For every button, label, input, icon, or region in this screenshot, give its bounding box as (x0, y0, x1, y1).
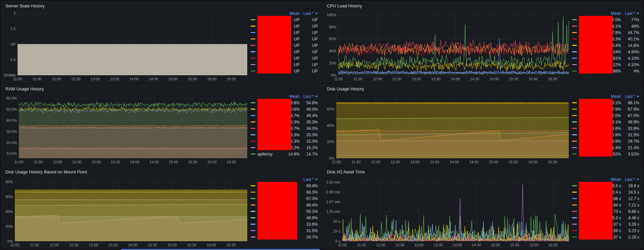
series-color-marker (572, 71, 577, 72)
svg-text:14:30: 14:30 (148, 243, 157, 247)
svg-text:14:00: 14:00 (450, 160, 459, 164)
legend-value-last: 28.8 s (621, 184, 639, 188)
svg-text:2: 2 (13, 11, 16, 15)
chevron-down-icon (637, 179, 639, 180)
series-color-marker (251, 154, 255, 155)
legend: MeanLast *UPUPUPUPUPUPUPUPUPUPUPUPUPUPUP… (251, 10, 320, 82)
svg-text:12:30: 12:30 (395, 243, 404, 247)
series-color-marker (572, 64, 577, 65)
legend-header-last[interactable]: Last * (300, 11, 318, 16)
panel-server-state-history: Server State History 21.5UP0.5DOWN11:001… (1, 1, 321, 83)
svg-text:15:00: 15:00 (167, 243, 177, 247)
svg-text:1.67 min: 1.67 min (326, 200, 340, 204)
legend-value-last: 33.3% (300, 133, 318, 137)
series-color-marker (251, 128, 255, 129)
svg-text:11:00: 11:00 (334, 77, 343, 81)
legend-value-last: 29.7% (621, 139, 639, 144)
legend-value-last: UP (300, 18, 318, 22)
legend-value-last: 67.0% (300, 196, 318, 201)
svg-text:14:00: 14:00 (128, 243, 138, 247)
series-color-marker (572, 38, 577, 39)
svg-text:16:00: 16:00 (529, 77, 538, 81)
svg-text:2.50 min: 2.50 min (326, 180, 340, 184)
svg-text:11:30: 11:30 (34, 160, 43, 164)
chevron-down-icon (637, 96, 639, 97)
legend-value-last: 2.28 s (621, 235, 639, 240)
legend-header-mean[interactable]: Mean (603, 177, 621, 182)
svg-text:DOWN: DOWN (4, 73, 16, 77)
legend-header-mean[interactable]: Mean (281, 11, 300, 16)
legend-value-last: 4.10% (621, 56, 639, 61)
legend: MeanLast *35.5 s28.8 s12.4 s24.5 s9.86 s… (572, 176, 641, 248)
series-color-marker (572, 109, 577, 110)
legend-value-last: 49.0% (300, 107, 318, 112)
legend-header-mean[interactable]: Mean (603, 11, 621, 16)
legend-header-last[interactable]: Last * (300, 94, 318, 99)
legend-value-last: 4.46 s (621, 216, 639, 220)
svg-text:14:30: 14:30 (472, 243, 481, 247)
panel-title[interactable]: Disk Usage History (323, 84, 643, 93)
series-color-marker (572, 115, 577, 116)
svg-text:16:30: 16:30 (548, 160, 557, 164)
series-color-marker (251, 211, 255, 212)
svg-text:80%: 80% (329, 25, 336, 29)
legend-value-last: 3.52% (621, 152, 639, 157)
panel-title[interactable]: Disk Usage History Based on Mount Point (1, 167, 321, 176)
legend-value-last: 67.9% (621, 107, 639, 112)
series-color-marker (572, 211, 577, 212)
chart-plot[interactable]: 21.5UP0.5DOWN11:0011:3012:0012:3013:0013… (3, 10, 251, 82)
legend-value-last: UP (300, 69, 318, 74)
panel-title[interactable]: RAM Usage History (1, 84, 321, 93)
svg-text:50 s: 50 s (333, 219, 340, 223)
chart-plot[interactable]: 80%60%40%20%0%11:0011:3012:0012:3013:001… (3, 176, 251, 248)
legend-value-last: UP (300, 43, 318, 48)
chart-svg: 60%40%20%0%11:0011:3012:0012:3013:0013:3… (325, 93, 572, 165)
legend-value-last: 33.6% (300, 222, 318, 227)
chart-plot[interactable]: 2.50 min2.08 min1.67 min1.25 min50 s25 s… (325, 176, 572, 248)
svg-text:12:00: 12:00 (373, 77, 382, 81)
svg-text:16:00: 16:00 (207, 160, 217, 164)
svg-text:13:30: 13:30 (431, 77, 441, 81)
panel-title[interactable]: Disk I/O Await Time (323, 167, 643, 176)
legend-value-last: UP (300, 56, 318, 61)
legend-header-last[interactable]: Last * (621, 11, 639, 16)
series-color-marker (251, 115, 255, 116)
svg-text:12:00: 12:00 (50, 243, 59, 247)
svg-text:40%: 40% (329, 49, 336, 53)
legend-header-last[interactable]: Last * (621, 94, 639, 99)
series-color-marker (251, 185, 255, 186)
svg-text:40%: 40% (5, 210, 13, 214)
svg-text:50.0%: 50.0% (6, 107, 17, 111)
legend-header-mean[interactable]: Mean (603, 94, 621, 99)
svg-text:12:00: 12:00 (52, 77, 61, 81)
chart-plot[interactable]: 0%20%40%60%80%100%11:0011:3012:0012:3013… (325, 10, 572, 82)
chart-plot[interactable]: 60%40%20%0%11:0011:3012:0012:3013:0013:3… (325, 93, 572, 165)
legend-value-last: 68.3% (300, 190, 318, 195)
panel-disk-usage-history: Disk Usage History 60%40%20%0%11:0011:30… (323, 84, 643, 166)
panel-cpu-load-history: CPU Load History 0%20%40%60%80%100%11:00… (323, 1, 643, 83)
panel-title[interactable]: CPU Load History (323, 1, 643, 10)
legend-header-last[interactable]: Last * (300, 177, 318, 182)
legend-value-last: 49.4% (300, 113, 318, 118)
legend-header-mean[interactable]: Mean (281, 94, 300, 99)
series-color-marker (251, 71, 255, 72)
panel-title[interactable]: Server State History (1, 1, 321, 10)
legend-value-last: UP (300, 62, 318, 67)
legend-value-last: 49.9% (300, 216, 318, 220)
legend-header-last[interactable]: Last * (621, 177, 639, 182)
chevron-down-icon (315, 179, 318, 180)
legend-row[interactable]: apiferizy14.6%14.7% (251, 151, 318, 157)
chart-svg: 80%60%40%20%0%11:0011:3012:0012:3013:001… (3, 176, 251, 248)
redaction-overlay (579, 182, 613, 240)
svg-text:16:00: 16:00 (529, 243, 539, 247)
chart-plot[interactable]: 60.0%50.0%40.0%30.0%20.0%10.0%11:0011:30… (3, 93, 251, 165)
svg-text:13:00: 13:00 (91, 77, 100, 81)
legend-value-last: UP (300, 50, 318, 54)
series-color-marker (251, 224, 255, 225)
svg-text:15:00: 15:00 (491, 243, 500, 247)
svg-text:13:00: 13:00 (89, 243, 98, 247)
svg-text:13:30: 13:30 (111, 160, 120, 164)
series-color-marker (251, 217, 255, 218)
svg-text:14:00: 14:00 (130, 160, 140, 164)
svg-text:15:00: 15:00 (489, 77, 499, 81)
